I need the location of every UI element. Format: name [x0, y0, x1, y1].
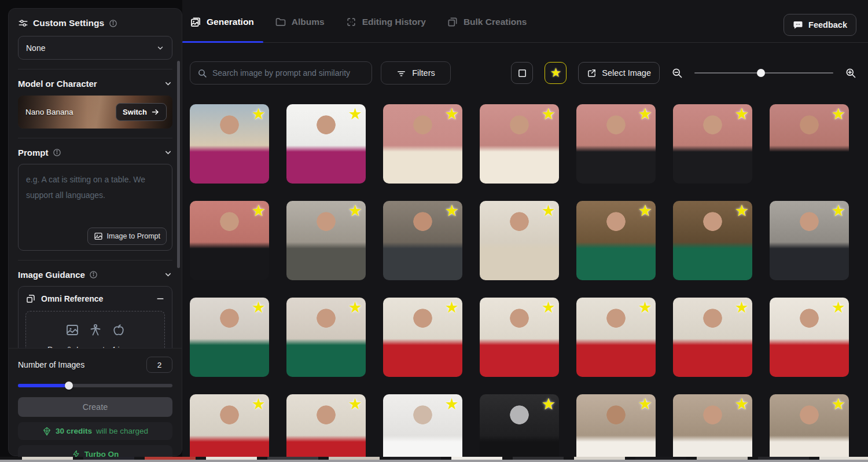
favorite-star-badge[interactable]: ★	[445, 107, 459, 122]
arrow-right-icon	[151, 108, 160, 116]
grid-image-white-blazer-bob[interactable]: ★	[673, 394, 752, 457]
grid-image-magenta-suit-desert[interactable]: ★	[190, 104, 269, 184]
grid-image-red-suit-couch-4[interactable]: ★	[190, 394, 269, 457]
favorite-star-badge[interactable]: ★	[542, 300, 556, 316]
prompt-input[interactable]	[19, 164, 172, 220]
grid-image-red-suit-couch-1[interactable]: ★	[383, 298, 462, 377]
feedback-label: Feedback	[808, 20, 847, 30]
app-window: Custom Settings None Model or Character	[0, 0, 868, 462]
grid-image-cream-cardigan-mic[interactable]: ★	[480, 201, 559, 280]
grid-image-black-blazer-pink-3[interactable]: ★	[770, 104, 849, 184]
favorite-star-badge[interactable]: ★	[348, 300, 362, 316]
tab-albums-label: Albums	[292, 17, 325, 27]
tab-albums[interactable]: Albums	[275, 16, 325, 28]
favorite-star-badge[interactable]: ★	[735, 107, 749, 122]
zoom-out-icon[interactable]	[671, 67, 683, 79]
create-button[interactable]: Create	[18, 397, 172, 417]
switch-model-button[interactable]: Switch	[116, 103, 167, 121]
grid-image-red-suit-couch-arm[interactable]: ★	[480, 298, 559, 377]
sliders-icon	[18, 18, 28, 28]
grid-image-black-blazer-pink-4[interactable]: ★	[190, 201, 269, 280]
num-images-label: Number of Images	[18, 360, 84, 369]
grid-image-white-blazer-long-hair[interactable]: ★	[576, 394, 656, 457]
thumbnail-zoom-slider[interactable]	[694, 69, 833, 77]
image-to-prompt-button[interactable]: Image to Prompt	[87, 228, 167, 245]
favorite-star-badge[interactable]: ★	[252, 203, 266, 219]
layout-single-button[interactable]	[511, 62, 533, 84]
favorite-star-badge[interactable]: ★	[638, 397, 652, 412]
grid-image-green-off-shoulder-closeup[interactable]: ★	[286, 298, 366, 377]
grid-image-red-suit-couch-5[interactable]: ★	[286, 394, 366, 457]
favorite-star-badge[interactable]: ★	[542, 397, 556, 412]
tabbar-divider	[182, 42, 868, 43]
image-to-prompt-label: Image to Prompt	[107, 232, 160, 240]
zoom-slider-thumb[interactable]	[757, 69, 765, 77]
favorite-star-badge[interactable]: ★	[252, 300, 266, 316]
favorite-star-badge[interactable]: ★	[638, 107, 652, 122]
sidebar-scrollbar[interactable]	[177, 61, 180, 268]
grid-image-red-suit-couch-plant[interactable]: ★	[576, 298, 656, 377]
favorite-star-badge[interactable]: ★	[542, 203, 556, 219]
chevron-down-icon	[164, 79, 172, 88]
favorite-star-badge[interactable]: ★	[252, 397, 266, 412]
grid-image-black-blazer-pink-1[interactable]: ★	[576, 104, 656, 184]
tab-editing-history[interactable]: Editing History	[345, 16, 426, 28]
model-section-header[interactable]: Model or Character	[18, 79, 172, 89]
grid-image-cream-dress-pink-flowers[interactable]: ★	[383, 104, 462, 184]
favorite-star-badge[interactable]: ★	[735, 203, 749, 219]
grid-image-charcoal-blazer-mic-arm[interactable]: ★	[383, 201, 462, 280]
grid-image-black-blazer-street[interactable]: ★	[770, 201, 849, 280]
model-card: Nano Banana Switch	[18, 96, 172, 129]
favorite-star-badge[interactable]: ★	[735, 300, 749, 316]
favorite-star-badge[interactable]: ★	[638, 203, 652, 219]
tab-generation[interactable]: Generation	[190, 16, 254, 28]
filters-button[interactable]: Filters	[381, 61, 451, 85]
favorite-star-badge[interactable]: ★	[832, 203, 845, 219]
favorite-star-badge[interactable]: ★	[348, 107, 362, 122]
grid-image-white-shirt-black-skirt-bw[interactable]: ★	[383, 394, 462, 457]
favorite-star-badge[interactable]: ★	[542, 107, 556, 122]
reference-dropzone[interactable]: Drag & drop up to 4 images Use up to 4 B…	[25, 311, 165, 349]
image-guidance-header[interactable]: Image Guidance	[18, 270, 172, 280]
prompt-section-header[interactable]: Prompt	[18, 148, 172, 157]
preset-select[interactable]: None	[18, 36, 172, 60]
num-images-value[interactable]: 2	[146, 357, 172, 373]
favorites-filter-button[interactable]: ★	[545, 62, 567, 84]
favorite-star-badge[interactable]: ★	[832, 300, 845, 316]
favorite-star-badge[interactable]: ★	[348, 397, 362, 412]
grid-image-black-suit-dark-bw[interactable]: ★	[480, 394, 559, 457]
grid-image-magenta-suit-white-studio[interactable]: ★	[286, 104, 366, 184]
grid-image-green-off-shoulder-mic[interactable]: ★	[190, 298, 269, 377]
bottom-filmstrip-bar	[0, 457, 868, 462]
select-image-button[interactable]: Select Image	[578, 62, 660, 84]
favorite-star-badge[interactable]: ★	[638, 300, 652, 316]
tab-bulk-creations[interactable]: Bulk Creations	[447, 16, 527, 28]
grid-image-red-suit-couch-2[interactable]: ★	[673, 298, 752, 377]
favorite-star-badge[interactable]: ★	[445, 397, 459, 412]
grid-image-green-sweater-bookshelf-1[interactable]: ★	[576, 201, 656, 280]
select-image-icon	[587, 68, 597, 78]
favorite-star-badge[interactable]: ★	[832, 107, 845, 122]
num-images-slider-thumb[interactable]	[65, 382, 73, 390]
favorite-star-badge[interactable]: ★	[445, 203, 459, 219]
grid-image-white-dress-pink-backdrop[interactable]: ★	[480, 104, 559, 184]
grid-image-black-blazer-pink-2[interactable]: ★	[673, 104, 752, 184]
favorite-star-badge[interactable]: ★	[445, 300, 459, 316]
grid-image-red-suit-couch-3[interactable]: ★	[770, 298, 849, 377]
feedback-button[interactable]: Feedback	[784, 14, 856, 36]
num-images-slider[interactable]	[18, 382, 172, 390]
image-guidance-label: Image Guidance	[18, 270, 85, 280]
horizontal-scrollbar[interactable]	[0, 460, 868, 462]
favorite-star-badge[interactable]: ★	[348, 203, 362, 219]
gem-icon	[42, 427, 52, 436]
search-input[interactable]	[212, 68, 365, 78]
grid-image-green-sweater-bookshelf-2[interactable]: ★	[673, 201, 752, 280]
collapse-minus-icon[interactable]	[156, 294, 165, 303]
favorite-star-badge[interactable]: ★	[252, 107, 266, 122]
grid-image-gray-blazer-podcast-mic[interactable]: ★	[286, 201, 366, 280]
zoom-in-icon[interactable]	[845, 67, 856, 79]
image-icon	[65, 323, 79, 337]
favorite-star-badge[interactable]: ★	[735, 397, 749, 412]
grid-image-white-blazer-closeup[interactable]: ★	[770, 394, 849, 457]
favorite-star-badge[interactable]: ★	[832, 397, 845, 412]
